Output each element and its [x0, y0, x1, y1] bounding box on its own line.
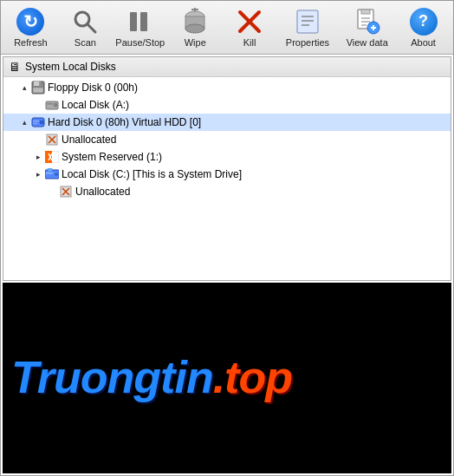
about-button[interactable]: ? About [397, 3, 450, 52]
expand-sr[interactable]: ▸ [31, 150, 45, 164]
refresh-label: Refresh [14, 37, 48, 48]
kill-label: Kill [243, 37, 256, 48]
view-data-label: View data [347, 37, 388, 48]
refresh-icon [16, 8, 44, 36]
svg-rect-26 [33, 88, 43, 93]
main-content: 🖥 System Local Disks ▴ Floppy Disk 0 (00… [1, 55, 453, 475]
tree-header: 🖥 System Local Disks [3, 57, 451, 77]
expand-floppy0[interactable]: ▴ [17, 81, 31, 95]
scan-label: Scan [75, 37, 96, 48]
kill-icon [236, 8, 263, 36]
wipe-label: Wipe [185, 37, 206, 48]
drive-a-icon [45, 98, 59, 112]
tree-item-local-a[interactable]: ▸ Local Disk (A:) [3, 96, 451, 114]
system-reserved-label: System Reserved (1:) [62, 151, 162, 163]
svg-point-38 [55, 173, 58, 176]
wipe-button[interactable]: Wipe [169, 3, 222, 52]
svg-point-28 [54, 103, 57, 107]
svg-line-1 [88, 24, 95, 32]
tree-item-floppy0[interactable]: ▴ Floppy Disk 0 (00h) [3, 79, 451, 96]
hdd0-label: Hard Disk 0 (80h) Virtual HDD [0] [48, 116, 201, 128]
svg-rect-3 [140, 12, 147, 31]
svg-rect-33 [33, 123, 37, 124]
view-data-icon [353, 8, 381, 36]
watermark-text: Truongtin.top [11, 353, 292, 402]
pause-stop-label: Pause/Stop [115, 37, 165, 48]
local-c-icon [45, 167, 59, 181]
tree-header-label: System Local Disks [25, 61, 116, 73]
about-label: About [411, 37, 436, 48]
pause-stop-button[interactable]: Pause/Stop [114, 3, 167, 52]
refresh-button[interactable]: Refresh [4, 3, 57, 52]
svg-rect-2 [130, 12, 137, 31]
about-icon: ? [410, 8, 438, 36]
kill-button[interactable]: Kill [224, 3, 276, 52]
toolbar: Refresh Scan Pause/Stop [1, 1, 453, 55]
properties-button[interactable]: Properties [278, 3, 338, 52]
watermark-top: top [224, 352, 292, 402]
svg-rect-16 [361, 10, 370, 14]
expand-hdd0[interactable]: ▴ [17, 115, 31, 129]
floppy0-label: Floppy Disk 0 (00h) [48, 82, 138, 94]
svg-point-31 [40, 121, 43, 124]
tree-item-local-c[interactable]: ▸ Local Disk (C:) [This is a System Driv… [3, 166, 451, 183]
properties-icon [294, 8, 321, 36]
svg-rect-25 [39, 82, 41, 86]
unallocated2-icon [59, 185, 73, 199]
tree-item-system-reserved[interactable]: ▸ System Reserved (1:) [3, 148, 451, 166]
local-a-label: Local Disk (A:) [62, 99, 129, 111]
svg-point-6 [185, 24, 204, 33]
scan-icon [71, 8, 99, 36]
hdd-icon [31, 115, 45, 129]
svg-rect-32 [33, 121, 39, 122]
unallocated2-label: Unallocated [75, 186, 130, 198]
expand-lc[interactable]: ▸ [31, 167, 45, 181]
tree-item-unallocated1[interactable]: ▸ Unallocated [3, 131, 451, 148]
tree-item-hdd0[interactable]: ▴ Hard Disk 0 (80h) Virtual HDD [0] [3, 114, 451, 131]
floppy-disk-icon [31, 81, 45, 95]
disk-tree-panel[interactable]: 🖥 System Local Disks ▴ Floppy Disk 0 (00… [3, 56, 451, 281]
watermark-panel: Truongtin.top [3, 283, 451, 473]
tree-items: ▴ Floppy Disk 0 (00h) ▸ [3, 77, 451, 202]
system-reserved-icon [45, 150, 59, 164]
tree-item-unallocated2[interactable]: ▸ Unallocated [3, 183, 451, 200]
watermark-dot: . [213, 352, 224, 402]
local-c-label: Local Disk (C:) [This is a System Drive] [62, 168, 242, 180]
properties-label: Properties [286, 37, 329, 48]
scan-button[interactable]: Scan [59, 3, 112, 52]
wipe-icon [181, 8, 209, 36]
pause-stop-icon [126, 8, 154, 36]
unallocated1-icon [45, 133, 59, 147]
unallocated1-label: Unallocated [62, 134, 116, 146]
svg-rect-11 [297, 10, 318, 33]
svg-rect-39 [46, 173, 53, 174]
view-data-button[interactable]: View data [339, 3, 395, 52]
computer-icon: 🖥 [9, 60, 21, 74]
svg-rect-29 [47, 103, 53, 105]
watermark-truong: Truongtin [11, 352, 213, 402]
